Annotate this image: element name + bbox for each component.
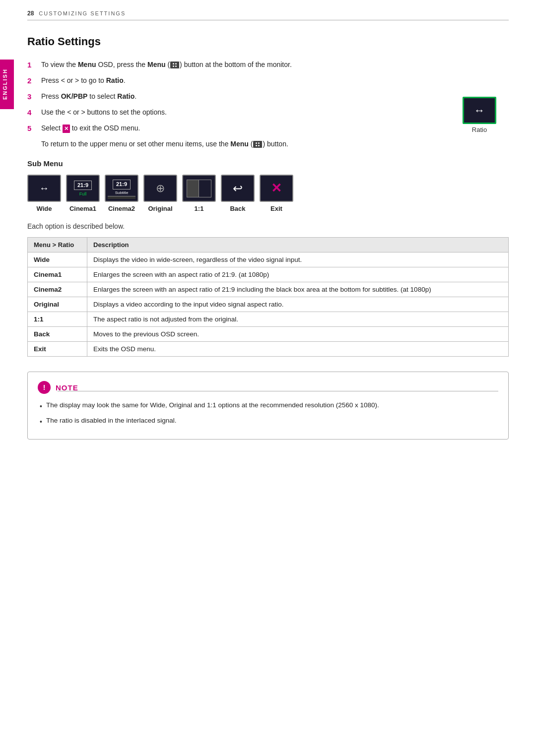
11-btn-wrap <box>182 175 216 202</box>
x-icon-inline: ✕ <box>63 125 70 133</box>
11-button[interactable] <box>182 175 216 202</box>
table-cell-key: Original <box>28 297 87 312</box>
back-btn-wrap: ↩ <box>221 175 255 202</box>
step-5-text: Select ✕ to exit the OSD menu. <box>41 123 140 133</box>
note-item-text: The display may look the same for Wide, … <box>46 400 379 411</box>
exit-btn-wrap: ✕ <box>260 175 293 202</box>
table-cell-value: Displays the video in wide-screen, regar… <box>87 252 509 267</box>
table-cell-value: Enlarges the screen with an aspect ratio… <box>87 282 509 297</box>
ratio-icon: ↔ <box>463 97 496 124</box>
table-row: Cinema2Enlarges the screen with an aspec… <box>28 282 509 297</box>
step-4-number: 4 <box>27 107 38 119</box>
cinema2-subtitle-bar <box>108 196 135 199</box>
table-cell-value: Enlarges the screen with an aspect ratio… <box>87 267 509 282</box>
note-bullet: • <box>40 416 42 427</box>
step-1: 1 To view the Menu OSD, press the Menu (… <box>27 59 509 71</box>
sub-menu-labels: Wide Cinema1 Cinema2 Original 1:1 Back E… <box>27 205 509 212</box>
note-divider <box>58 391 498 391</box>
step-5: 5 Select ✕ to exit the OSD menu. <box>27 123 509 134</box>
step-1-number: 1 <box>27 59 38 71</box>
cinema2-btn-wrap: 21:9 Subtitle <box>105 175 138 202</box>
original-btn-wrap: ⊕ <box>143 175 177 202</box>
description-table: Menu > Ratio Description WideDisplays th… <box>27 237 509 357</box>
step-3-text: Press OK/PBP to select Ratio. <box>41 91 136 102</box>
note-item: •The ratio is disabled in the interlaced… <box>40 415 498 427</box>
wide-button[interactable]: ↔ <box>27 175 61 202</box>
table-cell-value: Moves to the previous OSD screen. <box>87 327 509 342</box>
cinema2-sublabel: Subtitle <box>115 190 129 195</box>
step-2-number: 2 <box>27 75 38 87</box>
table-cell-key: 1:1 <box>28 312 87 327</box>
note-header: ! NOTE <box>38 381 498 394</box>
table-row: ExitExits the OSD menu. <box>28 342 509 357</box>
wide-label: Wide <box>27 205 61 212</box>
menu-icon-inline-2 <box>253 141 262 148</box>
step-3: 3 Press OK/PBP to select Ratio. <box>27 91 509 103</box>
cinema1-label: Cinema1 <box>66 205 100 212</box>
cinema1-badge: 21:9 <box>74 181 92 190</box>
magnifier-icon: ⊕ <box>156 182 165 195</box>
11-icon <box>187 180 211 197</box>
page-header-title: CUSTOMIZING SETTINGS <box>39 10 126 16</box>
11-label: 1:1 <box>182 205 216 212</box>
step-3-number: 3 <box>27 91 38 103</box>
table-cell-key: Cinema1 <box>28 267 87 282</box>
ratio-arrow-icon: ↔ <box>474 104 485 117</box>
each-option-text: Each option is described below. <box>27 222 509 230</box>
table-col1-header: Menu > Ratio <box>28 238 87 252</box>
steps-list: 1 To view the Menu OSD, press the Menu (… <box>27 59 509 149</box>
table-row: Cinema1Enlarges the screen with an aspec… <box>28 267 509 282</box>
cinema1-sublabel: Full <box>79 191 87 196</box>
step-return-text: To return to the upper menu or set other… <box>41 138 288 149</box>
note-items: •The display may look the same for Wide,… <box>38 400 498 427</box>
back-arrow-icon: ↩ <box>233 182 243 195</box>
cinema2-badge: 21:9 <box>113 180 131 189</box>
table-cell-value: Exits the OSD menu. <box>87 342 509 357</box>
step-5-number: 5 <box>27 123 38 134</box>
sub-menu-buttons: ↔ 21:9 Full 21:9 Subtitle ⊕ <box>27 175 509 202</box>
table-col2-header: Description <box>87 238 509 252</box>
table-row: OriginalDisplays a video according to th… <box>28 297 509 312</box>
note-bullet: • <box>40 401 42 412</box>
exit-label: Exit <box>260 205 293 212</box>
cinema2-label: Cinema2 <box>105 205 138 212</box>
wide-arrow-icon: ↔ <box>39 183 49 194</box>
note-item: •The display may look the same for Wide,… <box>40 400 498 412</box>
cinema2-button[interactable]: 21:9 Subtitle <box>105 175 138 202</box>
ratio-icon-box: ↔ Ratio <box>463 97 496 133</box>
step-4: 4 Use the < or > buttons to set the opti… <box>27 107 509 119</box>
step-2: 2 Press < or > to go to Ratio. <box>27 75 509 87</box>
note-title: NOTE <box>56 383 78 392</box>
page-number: 28 <box>27 10 34 17</box>
note-item-text: The ratio is disabled in the interlaced … <box>46 415 177 426</box>
table-cell-key: Exit <box>28 342 87 357</box>
step-return: To return to the upper menu or set other… <box>27 138 509 149</box>
sub-menu-title: Sub Menu <box>27 159 509 168</box>
exit-button[interactable]: ✕ <box>260 175 293 202</box>
step-1-text: To view the Menu OSD, press the Menu () … <box>41 59 292 70</box>
english-tab: ENGLISH <box>0 60 14 109</box>
table-row: 1:1The aspect ratio is not adjusted from… <box>28 312 509 327</box>
original-label: Original <box>143 205 177 212</box>
step-4-text: Use the < or > buttons to set the option… <box>41 107 167 118</box>
note-icon: ! <box>38 381 51 394</box>
cinema1-btn-wrap: 21:9 Full <box>66 175 100 202</box>
table-cell-value: Displays a video according to the input … <box>87 297 509 312</box>
ratio-icon-label: Ratio <box>463 126 496 133</box>
table-cell-key: Back <box>28 327 87 342</box>
table-cell-value: The aspect ratio is not adjusted from th… <box>87 312 509 327</box>
table-row: WideDisplays the video in wide-screen, r… <box>28 252 509 267</box>
table-cell-key: Cinema2 <box>28 282 87 297</box>
menu-icon-inline-1 <box>170 62 179 68</box>
note-box: ! NOTE •The display may look the same fo… <box>27 372 509 440</box>
cinema1-button[interactable]: 21:9 Full <box>66 175 100 202</box>
back-button[interactable]: ↩ <box>221 175 255 202</box>
table-row: BackMoves to the previous OSD screen. <box>28 327 509 342</box>
section-title: Ratio Settings <box>27 35 509 48</box>
original-button[interactable]: ⊕ <box>143 175 177 202</box>
step-2-text: Press < or > to go to Ratio. <box>41 75 126 86</box>
wide-btn-wrap: ↔ <box>27 175 61 202</box>
exit-x-icon: ✕ <box>271 181 282 196</box>
back-label: Back <box>221 205 255 212</box>
page-header: 28 CUSTOMIZING SETTINGS <box>27 10 509 20</box>
